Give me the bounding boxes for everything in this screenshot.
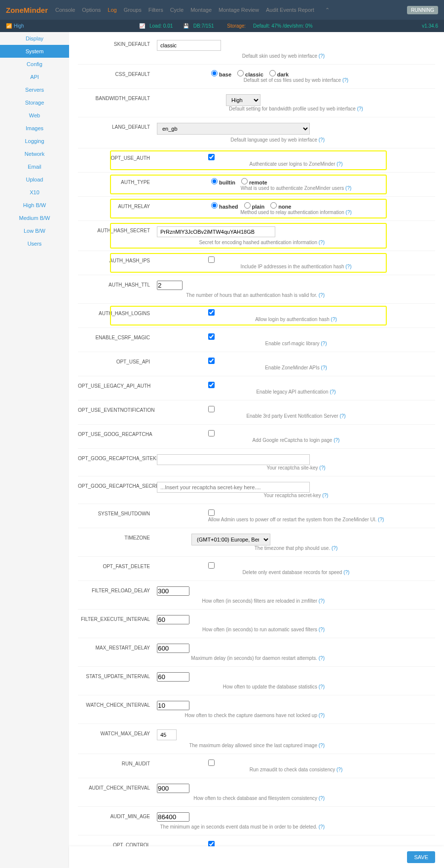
sidebar-item-logging[interactable]: Logging: [0, 135, 69, 147]
db-status[interactable]: 💾 DB:7/151: [183, 23, 217, 29]
stats-update-interval-input[interactable]: [157, 672, 189, 682]
opt-use-legacy-api-auth-checkbox[interactable]: [208, 382, 215, 388]
bandwidth-indicator[interactable]: 📶High: [6, 23, 24, 29]
sidebar-item-servers[interactable]: Servers: [0, 83, 69, 96]
status-badge[interactable]: RUNNING: [407, 6, 438, 14]
timezone-select[interactable]: (GMT+01:00) Europe, Berlin: [191, 534, 270, 545]
lang-default-select[interactable]: en_gb: [157, 123, 310, 135]
radio-builtin[interactable]: builtin: [211, 180, 235, 185]
opt-goog-recaptcha-secretkey-input[interactable]: [157, 482, 310, 493]
system-shutdown-checkbox[interactable]: [208, 509, 215, 516]
help-icon[interactable]: (?): [336, 767, 342, 772]
opt-goog-recaptcha-sitekey-input[interactable]: [157, 454, 310, 465]
run-audit-checkbox[interactable]: [208, 760, 215, 766]
radio-plain[interactable]: plain: [244, 204, 265, 210]
radio-dark[interactable]: dark: [269, 72, 289, 77]
version-label[interactable]: v1.34.6: [422, 23, 438, 29]
skin-default-input[interactable]: [157, 40, 221, 51]
sidebar-item-high-b-w[interactable]: High B/W: [0, 199, 69, 212]
sidebar-item-api[interactable]: API: [0, 71, 69, 83]
sidebar-item-upload[interactable]: Upload: [0, 173, 69, 186]
help-icon[interactable]: (?): [342, 77, 348, 83]
filter-execute-interval-input[interactable]: [157, 615, 189, 624]
nav-filters[interactable]: Filters: [148, 7, 163, 13]
max-restart-delay-input[interactable]: [157, 644, 189, 653]
sidebar-item-web[interactable]: Web: [0, 109, 69, 122]
help-icon[interactable]: (?): [319, 292, 325, 298]
opt-use-goog-recaptcha-checkbox[interactable]: [208, 430, 215, 436]
sidebar-item-config[interactable]: Config: [0, 58, 69, 71]
sidebar-item-low-b-w[interactable]: Low B/W: [0, 224, 69, 237]
audit-min-age-input[interactable]: [157, 812, 189, 822]
help-icon[interactable]: (?): [345, 264, 351, 269]
help-icon[interactable]: (?): [331, 317, 337, 322]
sidebar-item-x10[interactable]: X10: [0, 186, 69, 199]
sidebar-item-system[interactable]: System: [0, 45, 69, 58]
audit-check-interval-input[interactable]: [157, 784, 189, 793]
help-icon[interactable]: (?): [319, 684, 325, 689]
opt-use-api-checkbox[interactable]: [208, 358, 215, 364]
radio-hashed[interactable]: hashed: [211, 204, 238, 210]
sidebar-item-network[interactable]: Network: [0, 147, 69, 160]
storage-status[interactable]: Storage: Default: 47% /dev/shm: 0%: [224, 23, 315, 29]
help-icon[interactable]: (?): [319, 796, 325, 801]
help-icon[interactable]: (?): [319, 53, 325, 59]
sidebar-item-users[interactable]: Users: [0, 237, 69, 250]
help-icon[interactable]: (?): [319, 824, 325, 830]
help-icon[interactable]: (?): [322, 493, 328, 498]
nav-cycle[interactable]: Cycle: [170, 7, 184, 13]
help-icon[interactable]: (?): [336, 161, 342, 167]
nav-groups[interactable]: Groups: [124, 7, 142, 13]
help-icon[interactable]: (?): [332, 545, 337, 551]
nav-audit-events-report[interactable]: Audit Events Report: [266, 7, 314, 13]
help-icon[interactable]: (?): [343, 570, 349, 575]
help-icon[interactable]: (?): [319, 713, 325, 718]
help-icon[interactable]: (?): [345, 185, 351, 191]
logo[interactable]: ZoneMinder: [6, 6, 48, 14]
save-button[interactable]: SAVE: [407, 851, 435, 863]
sidebar-item-display[interactable]: Display: [0, 32, 69, 45]
nav-options[interactable]: Options: [82, 7, 101, 13]
bandwidth-default-select[interactable]: High: [226, 94, 260, 106]
help-icon[interactable]: (?): [319, 655, 325, 661]
help-icon[interactable]: (?): [321, 341, 327, 346]
help-icon[interactable]: (?): [333, 437, 339, 443]
help-icon[interactable]: (?): [330, 389, 335, 395]
option-label: AUTH_RELAY: [78, 202, 157, 215]
nav-log[interactable]: Log: [108, 7, 116, 13]
opt-fast-delete-checkbox[interactable]: [208, 562, 215, 569]
help-icon[interactable]: (?): [378, 517, 384, 522]
radio-none[interactable]: none: [270, 204, 291, 210]
help-icon[interactable]: (?): [346, 210, 352, 215]
radio-base[interactable]: base: [211, 72, 231, 77]
radio-remote[interactable]: remote: [241, 180, 267, 185]
nav-montage-review[interactable]: Montage Review: [219, 7, 259, 13]
watch-check-interval-input[interactable]: [157, 701, 189, 710]
sidebar-item-email[interactable]: Email: [0, 160, 69, 173]
nav-montage[interactable]: Montage: [190, 7, 212, 13]
help-icon[interactable]: (?): [319, 743, 325, 748]
auth-hash-secret-input[interactable]: [157, 226, 275, 237]
radio-classic[interactable]: classic: [237, 72, 263, 77]
watch-max-delay-input[interactable]: [157, 729, 177, 740]
nav-more-icon[interactable]: ⌃: [325, 7, 330, 13]
auth-hash-logins-checkbox[interactable]: [208, 309, 215, 316]
help-icon[interactable]: (?): [319, 137, 325, 143]
opt-use-eventnotification-checkbox[interactable]: [208, 406, 215, 412]
help-icon[interactable]: (?): [319, 465, 325, 470]
enable-csrf-magic-checkbox[interactable]: [208, 333, 215, 340]
auth-hash-ttl-input[interactable]: [157, 281, 183, 290]
help-icon[interactable]: (?): [319, 598, 325, 604]
filter-reload-delay-input[interactable]: [157, 586, 189, 596]
sidebar-item-medium-b-w[interactable]: Medium B/W: [0, 212, 69, 224]
help-icon[interactable]: (?): [319, 627, 325, 632]
help-icon[interactable]: (?): [357, 106, 363, 111]
help-icon[interactable]: (?): [339, 413, 345, 419]
sidebar-item-images[interactable]: Images: [0, 122, 69, 135]
help-icon[interactable]: (?): [319, 240, 325, 245]
help-icon[interactable]: (?): [321, 365, 327, 370]
auth-hash-ips-checkbox[interactable]: [208, 256, 215, 263]
opt-use-auth-checkbox[interactable]: [208, 154, 215, 160]
sidebar-item-storage[interactable]: Storage: [0, 96, 69, 109]
nav-console[interactable]: Console: [55, 7, 75, 13]
